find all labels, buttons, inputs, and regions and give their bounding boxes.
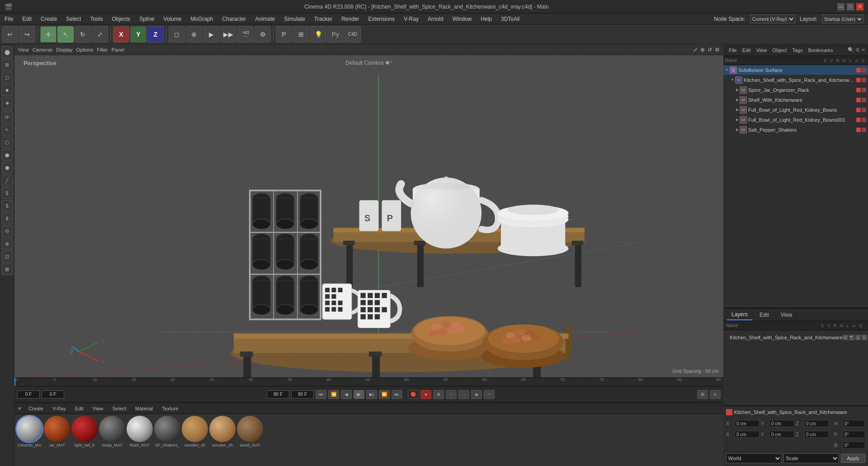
view-4view-btn[interactable]: ⊞ — [293, 26, 309, 43]
scene-item-salt[interactable]: ▶ M Salt_Pepper_Shakers — [723, 125, 868, 135]
vp-menu-filter[interactable]: Filter — [97, 47, 108, 52]
layer-vis-icon[interactable]: 👁 — [843, 335, 848, 340]
vp-icon-settings[interactable]: ⚙ — [715, 47, 720, 53]
nodespace-select[interactable]: Current (V-Ray) — [750, 14, 795, 24]
material-sp[interactable]: SP_Shakers_ — [154, 416, 180, 447]
play-end-btn[interactable]: ⏭ — [392, 390, 402, 399]
timeline-fps-input[interactable] — [291, 390, 314, 399]
coord-x-input[interactable] — [735, 420, 760, 427]
menu-tracker[interactable]: Tracker — [310, 14, 337, 24]
viewport-canvas[interactable]: Perspective Default Camera ✱⁺ Grid Spaci… — [14, 55, 723, 377]
vp-icon-expand[interactable]: ⤢ — [693, 47, 698, 53]
coord-z-input[interactable] — [804, 420, 829, 427]
menu-help[interactable]: Help — [476, 14, 496, 24]
minimize-button[interactable]: — — [837, 3, 844, 10]
motion-path-btn[interactable]: 〰 — [484, 390, 495, 399]
mat-vray[interactable]: V-Ray — [50, 406, 69, 411]
mat-texture[interactable]: Texture — [159, 406, 181, 411]
mat-select[interactable]: Select — [110, 406, 129, 411]
sg-search-icon[interactable]: 🔍 — [848, 47, 854, 53]
layer-gen-icon[interactable]: G — [862, 335, 867, 340]
lt-tool10[interactable]: ⟲ — [1, 225, 13, 237]
menu-arnold[interactable]: Arnold — [423, 14, 448, 24]
vp-icon-3d[interactable]: ⊕ — [700, 47, 705, 53]
material-wooden2[interactable]: wooden_sh — [209, 416, 236, 447]
scene-item-kitchen-shelf[interactable]: ▼ N Kitchen_Shelf_with_Spice_Rack_and_Ki… — [723, 75, 868, 85]
menu-tools[interactable]: Tools — [85, 14, 107, 24]
lt-mode1[interactable]: ⬤ — [1, 46, 13, 58]
timeline-end-frame[interactable] — [267, 390, 289, 399]
menu-character[interactable]: Character — [218, 14, 251, 24]
scene-item-shelf-kitchenware[interactable]: ▶ M Shelf_With_Kitchenware — [723, 95, 868, 105]
material-wood[interactable]: wood_MAT — [237, 416, 263, 447]
vp-menu-display[interactable]: Display — [56, 47, 72, 52]
mat-edit[interactable]: Edit — [72, 406, 86, 411]
object-mode-btn[interactable]: ◻ — [169, 26, 185, 43]
layer-anim-icon[interactable]: A — [855, 335, 861, 340]
vp-menu-cameras[interactable]: Cameras — [33, 47, 53, 52]
lt-tool11[interactable]: ⊕ — [1, 238, 13, 250]
coord-y2-input[interactable] — [769, 431, 794, 438]
redo-button[interactable]: ↪ — [19, 26, 35, 43]
menu-mograph[interactable]: MoGraph — [186, 14, 218, 24]
sg-tab-object[interactable]: Object — [769, 48, 789, 53]
layer-render-icon[interactable]: 📷 — [849, 335, 854, 340]
sg-tab-view[interactable]: View — [754, 48, 770, 53]
coord-b-input[interactable] — [843, 442, 865, 449]
scene-item-subdivision[interactable]: ▼ S Subdivision Surface — [723, 65, 868, 75]
scene-item-beans2[interactable]: ▶ M Full_Bowl_of_Light_Red_Kidney_Beans0… — [723, 115, 868, 125]
lt-tool3[interactable]: ⬡ — [1, 137, 13, 148]
light-btn[interactable]: 💡 — [310, 26, 326, 43]
menu-file[interactable]: File — [0, 14, 18, 24]
mat-material[interactable]: Material — [132, 406, 156, 411]
layers-tab[interactable]: Layers — [727, 309, 752, 320]
coord-y-input[interactable] — [769, 420, 794, 427]
lt-mode2[interactable]: ⊞ — [1, 59, 13, 71]
scale-select[interactable]: Scale Position Rotation — [783, 453, 839, 463]
key-record-btn[interactable]: 🔴 — [408, 390, 419, 399]
lt-tool8[interactable]: $ — [1, 200, 13, 212]
render-region-btn[interactable]: ▶▶ — [220, 26, 236, 43]
coord-p-input[interactable] — [843, 431, 865, 438]
render-settings-btn[interactable]: ⚙ — [255, 26, 271, 43]
menu-vray[interactable]: V-Ray — [399, 14, 423, 24]
y-axis-btn[interactable]: Y — [130, 26, 146, 43]
menu-volume[interactable]: Volume — [159, 14, 186, 24]
coord-x2-input[interactable] — [735, 431, 760, 438]
next-frame-btn[interactable]: ▶| — [366, 390, 377, 399]
coord-h-input[interactable] — [843, 420, 865, 427]
menu-objects[interactable]: Objects — [107, 14, 135, 24]
move-tool-button[interactable]: ✛ — [40, 26, 57, 43]
rotate-tool-button[interactable]: ↻ — [75, 26, 91, 43]
prev-key-btn[interactable]: ⏪ — [328, 390, 339, 399]
key-timeline-btn[interactable]: ◈ — [471, 390, 482, 399]
tl-icon1[interactable]: ⊞ — [697, 390, 708, 399]
menu-3dtoll[interactable]: 3DToAll — [496, 14, 524, 24]
lt-tool12[interactable]: ⊡ — [1, 251, 13, 262]
layout-select[interactable]: Startup (User) — [822, 14, 863, 24]
undo-button[interactable]: ↩ — [2, 26, 18, 43]
render-btn[interactable]: ▶ — [203, 26, 219, 43]
python-btn[interactable]: Py — [327, 26, 344, 43]
menu-create[interactable]: Create — [36, 14, 61, 24]
lt-mode5[interactable]: ◈ — [1, 97, 13, 109]
lt-tool1[interactable]: ⟳ — [1, 111, 13, 123]
vp-menu-panel[interactable]: Panel — [112, 47, 124, 52]
auto-key-btn[interactable]: ● — [420, 390, 431, 399]
next-key-btn[interactable]: ⏩ — [379, 390, 390, 399]
view-persp-btn[interactable]: P — [276, 26, 292, 43]
menu-window[interactable]: Window — [448, 14, 476, 24]
lt-tool7[interactable]: $ — [1, 187, 13, 199]
menu-spline[interactable]: Spline — [135, 14, 159, 24]
material-jar[interactable]: Jar_MAT — [44, 416, 70, 447]
sg-tab-tags[interactable]: Tags — [789, 48, 805, 53]
layer-kitchen[interactable]: Kitchen_Shelf_with_Spice_Rack_and_Kitche… — [725, 332, 866, 343]
render-to-picture-btn[interactable]: 🎬 — [237, 26, 254, 43]
lt-tool9[interactable]: $ — [1, 213, 13, 224]
coffee-btn[interactable]: C4D — [344, 26, 361, 43]
lt-mode3[interactable]: ◻ — [1, 71, 13, 83]
apply-button[interactable]: Apply — [841, 454, 865, 463]
maximize-button[interactable]: □ — [847, 3, 854, 10]
mat-menu-icon[interactable]: ▼ — [17, 406, 22, 411]
edit-tab[interactable]: Edit — [755, 310, 774, 320]
